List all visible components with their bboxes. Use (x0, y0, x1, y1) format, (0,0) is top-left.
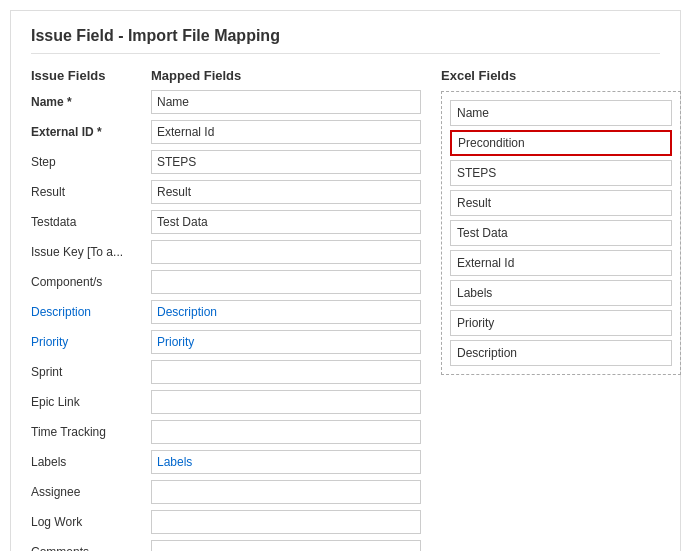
mapped-field-input[interactable] (151, 210, 421, 234)
field-label: Step (31, 155, 151, 169)
field-row: Priority (31, 329, 421, 355)
field-row: Sprint (31, 359, 421, 385)
field-label: Time Tracking (31, 425, 151, 439)
excel-item[interactable]: Labels (450, 280, 672, 306)
mapped-field-input[interactable] (151, 360, 421, 384)
excel-items-container: NamePreconditionSTEPSResultTest DataExte… (450, 100, 672, 366)
mapped-field-input[interactable] (151, 90, 421, 114)
field-row: Description (31, 299, 421, 325)
excel-fields-header: Excel Fields (441, 68, 681, 83)
field-label: Issue Key [To a... (31, 245, 151, 259)
issue-fields-header: Issue Fields (31, 68, 151, 83)
mapped-field-input[interactable] (151, 180, 421, 204)
mapped-field-input[interactable] (151, 240, 421, 264)
field-label: Sprint (31, 365, 151, 379)
main-layout: Issue Fields Mapped Fields Name *Externa… (31, 68, 660, 551)
excel-item[interactable]: Test Data (450, 220, 672, 246)
field-label: Result (31, 185, 151, 199)
page-title: Issue Field - Import File Mapping (31, 27, 660, 54)
field-label: Name * (31, 95, 151, 109)
field-row: Testdata (31, 209, 421, 235)
field-label: Epic Link (31, 395, 151, 409)
field-row: Labels (31, 449, 421, 475)
fields-header: Issue Fields Mapped Fields (31, 68, 421, 83)
left-panel: Issue Fields Mapped Fields Name *Externa… (31, 68, 421, 551)
field-row: Time Tracking (31, 419, 421, 445)
excel-item[interactable]: External Id (450, 250, 672, 276)
mapped-field-input[interactable] (151, 120, 421, 144)
field-label: Component/s (31, 275, 151, 289)
field-label: Labels (31, 455, 151, 469)
mapped-field-input[interactable] (151, 330, 421, 354)
right-panel: Excel Fields NamePreconditionSTEPSResult… (441, 68, 681, 375)
mapped-field-input[interactable] (151, 390, 421, 414)
field-row: Log Work (31, 509, 421, 535)
field-row: External ID * (31, 119, 421, 145)
field-label: Assignee (31, 485, 151, 499)
field-row: Step (31, 149, 421, 175)
mapped-field-input[interactable] (151, 420, 421, 444)
mapped-field-input[interactable] (151, 540, 421, 551)
excel-panel-border: NamePreconditionSTEPSResultTest DataExte… (441, 91, 681, 375)
mapped-fields-header: Mapped Fields (151, 68, 421, 83)
mapped-field-input[interactable] (151, 480, 421, 504)
mapped-field-input[interactable] (151, 270, 421, 294)
field-row: Epic Link (31, 389, 421, 415)
field-row: Name * (31, 89, 421, 115)
field-row: Result (31, 179, 421, 205)
mapped-field-input[interactable] (151, 450, 421, 474)
field-row: Component/s (31, 269, 421, 295)
field-label: Comments (31, 545, 151, 551)
field-label: Description (31, 305, 151, 319)
field-label: Testdata (31, 215, 151, 229)
excel-item[interactable]: Name (450, 100, 672, 126)
field-row: Comments (31, 539, 421, 551)
excel-item[interactable]: Priority (450, 310, 672, 336)
field-label: External ID * (31, 125, 151, 139)
field-label: Log Work (31, 515, 151, 529)
excel-item[interactable]: Precondition (450, 130, 672, 156)
field-rows-container: Name *External ID *StepResultTestdataIss… (31, 89, 421, 551)
excel-item[interactable]: STEPS (450, 160, 672, 186)
mapped-field-input[interactable] (151, 300, 421, 324)
field-row: Issue Key [To a... (31, 239, 421, 265)
field-label: Priority (31, 335, 151, 349)
excel-item[interactable]: Description (450, 340, 672, 366)
page-container: Issue Field - Import File Mapping Issue … (10, 10, 681, 551)
mapped-field-input[interactable] (151, 510, 421, 534)
field-row: Assignee (31, 479, 421, 505)
mapped-field-input[interactable] (151, 150, 421, 174)
excel-item[interactable]: Result (450, 190, 672, 216)
